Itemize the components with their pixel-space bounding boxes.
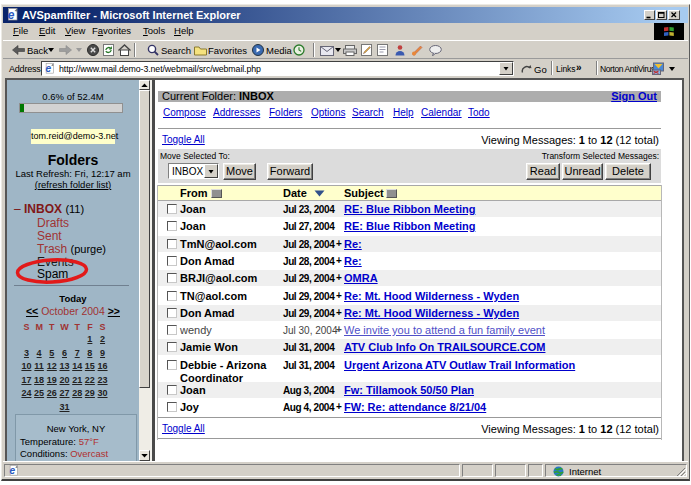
svg-text:e: e	[10, 465, 16, 476]
svg-text:e: e	[8, 8, 15, 21]
svg-text:e: e	[46, 63, 52, 74]
